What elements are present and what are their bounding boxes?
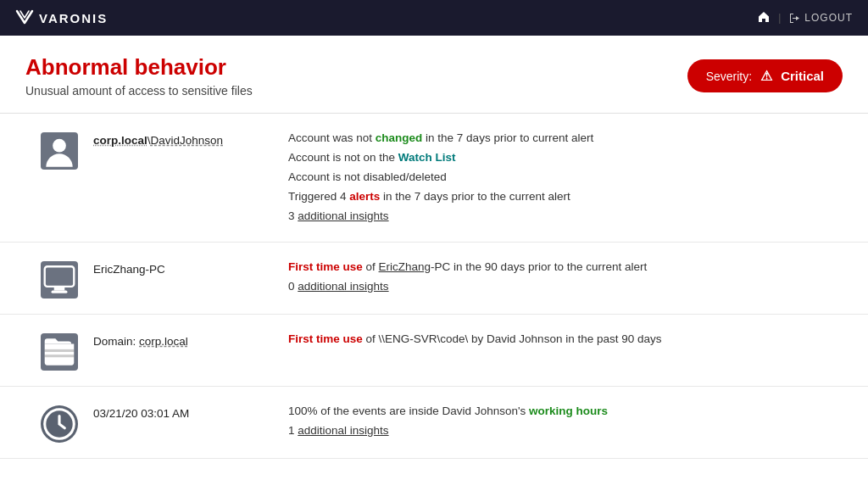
table-row: corp.local\DavidJohnsonAccount was not c…	[0, 114, 868, 243]
info-col-0: Account was not changed in the 7 days pr…	[288, 129, 843, 226]
info-line-0-1: Account is not on the Watch List	[288, 148, 843, 168]
severity-value: Critical	[781, 69, 824, 83]
entity-col-2: Domain: corp.local	[93, 330, 288, 348]
row-icon-col-2	[25, 330, 93, 371]
info-col-1: First time use of EricZhang-PC in the 90…	[288, 258, 843, 297]
table-row: EricZhang-PCFirst time use of EricZhang-…	[0, 243, 868, 315]
home-button[interactable]	[758, 11, 770, 25]
entity-name-1: EricZhang-PC	[93, 263, 165, 276]
entity-col-0: corp.local\DavidJohnson	[93, 129, 288, 147]
logout-button[interactable]: LOGOUT	[789, 12, 853, 24]
svg-rect-2	[54, 287, 65, 291]
severity-label: Severity:	[706, 70, 752, 83]
entity-name-0: corp.local\DavidJohnson	[93, 134, 223, 147]
severity-badge: Severity: ⚠ Critical	[687, 59, 843, 92]
app-header: VARONIS | LOGOUT	[0, 0, 868, 36]
info-line-1-0: First time use of EricZhang-PC in the 90…	[288, 258, 843, 277]
info-line-0-0: Account was not changed in the 7 days pr…	[288, 129, 843, 148]
insights-link-0[interactable]: 3 additional insights	[288, 207, 843, 226]
logo-area: VARONIS	[15, 9, 108, 27]
svg-rect-3	[52, 290, 68, 293]
svg-rect-4	[45, 349, 75, 352]
logo-text: VARONIS	[39, 11, 108, 25]
info-line-0-3: Triggered 4 alerts in the 7 days prior t…	[288, 187, 843, 207]
svg-rect-5	[45, 354, 75, 357]
entity-col-3: 03/21/20 03:01 AM	[93, 402, 288, 420]
svg-rect-1	[45, 266, 75, 287]
table-row: Domain: corp.localFirst time use of \\EN…	[0, 315, 868, 387]
entity-domain: corp.local	[93, 134, 147, 147]
page-subtitle: Unusual amount of access to sensitive fi…	[25, 84, 253, 98]
header-right: | LOGOUT	[758, 11, 853, 25]
insights-label: additional insights	[298, 209, 388, 222]
entity-value: corp.local	[139, 335, 188, 348]
svg-point-0	[53, 139, 66, 153]
title-left: Abnormal behavior Unusual amount of acce…	[25, 54, 253, 98]
insights-link-1[interactable]: 0 additional insights	[288, 277, 843, 297]
user-icon	[41, 132, 78, 170]
info-line-3-0: 100% of the events are inside David John…	[288, 402, 843, 421]
insights-label: additional insights	[298, 424, 388, 437]
entity-col-1: EricZhang-PC	[93, 258, 288, 276]
entity-username: DavidJohnson	[151, 134, 224, 147]
underlined-text: EricZhang	[379, 260, 431, 273]
entity-name-2: Domain: corp.local	[93, 335, 188, 348]
folder-icon	[41, 333, 78, 371]
insights-label: additional insights	[298, 280, 388, 293]
info-line-2-0: First time use of \\ENG-SVR\code\ by Dav…	[288, 330, 843, 349]
monitor-icon	[41, 261, 78, 299]
row-icon-col-0	[25, 129, 93, 170]
table-row: 03/21/20 03:01 AM100% of the events are …	[0, 387, 868, 459]
row-icon-col-3	[25, 402, 93, 443]
title-section: Abnormal behavior Unusual amount of acce…	[0, 36, 868, 114]
varonis-logo-icon	[15, 9, 34, 27]
page-title: Abnormal behavior	[25, 54, 253, 81]
info-line-0-2: Account is not disabled/deleted	[288, 168, 843, 187]
content-area: corp.local\DavidJohnsonAccount was not c…	[0, 114, 868, 459]
warning-icon: ⚠	[760, 68, 772, 84]
info-col-3: 100% of the events are inside David John…	[288, 402, 843, 441]
info-col-2: First time use of \\ENG-SVR\code\ by Dav…	[288, 330, 843, 349]
header-separator: |	[778, 12, 781, 24]
clock-icon	[41, 405, 78, 443]
insights-link-3[interactable]: 1 additional insights	[288, 421, 843, 441]
entity-name-3: 03/21/20 03:01 AM	[93, 407, 189, 420]
row-icon-col-1	[25, 258, 93, 299]
